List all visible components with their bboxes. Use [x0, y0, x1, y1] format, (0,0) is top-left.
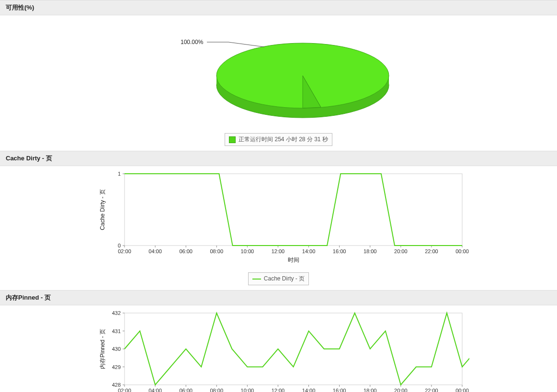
panel-header-mem-pinned: 内存Pinned - 页 — [0, 290, 557, 305]
line-chart-cache-dirty: 0102:0004:0006:0008:0010:0012:0014:0016:… — [96, 169, 469, 269]
panel-header-availability: 可用性(%) — [0, 0, 557, 15]
svg-text:12:00: 12:00 — [272, 248, 285, 254]
svg-text:00:00: 00:00 — [455, 248, 469, 254]
svg-text:428: 428 — [112, 382, 121, 388]
svg-text:Cache Dirty - 页: Cache Dirty - 页 — [99, 189, 106, 230]
svg-text:429: 429 — [112, 364, 121, 370]
legend-line-icon — [252, 279, 261, 280]
legend-cache-dirty: Cache Dirty - 页 — [248, 272, 309, 285]
legend-cache-dirty-text: Cache Dirty - 页 — [264, 275, 305, 282]
svg-text:1: 1 — [118, 171, 121, 177]
pie-chart: 100.00% — [111, 18, 446, 133]
svg-text:04:00: 04:00 — [148, 248, 162, 254]
svg-text:22:00: 22:00 — [425, 248, 438, 254]
panel-header-cache-dirty: Cache Dirty - 页 — [0, 151, 557, 166]
svg-rect-4 — [125, 174, 462, 246]
svg-text:16:00: 16:00 — [333, 388, 346, 392]
svg-text:20:00: 20:00 — [394, 248, 408, 254]
svg-text:22:00: 22:00 — [425, 388, 438, 392]
svg-text:06:00: 06:00 — [179, 388, 193, 392]
svg-text:14:00: 14:00 — [302, 388, 316, 392]
svg-text:18:00: 18:00 — [364, 388, 377, 392]
svg-text:08:00: 08:00 — [210, 388, 224, 392]
svg-text:内存Pinned - 页: 内存Pinned - 页 — [99, 329, 106, 369]
panel-body-mem-pinned: 42842943043143202:0004:0006:0008:0010:00… — [0, 305, 557, 392]
pie-legend-text: 正常运行时间 254 小时 28 分 31 秒 — [239, 136, 328, 143]
svg-text:08:00: 08:00 — [210, 248, 224, 254]
panel-title-mem-pinned: 内存Pinned - 页 — [6, 294, 51, 301]
svg-text:时间: 时间 — [288, 257, 299, 263]
line-chart-mem-pinned: 42842943043143202:0004:0006:0008:0010:00… — [96, 308, 469, 392]
panel-title-availability: 可用性(%) — [6, 4, 34, 11]
svg-text:14:00: 14:00 — [302, 248, 316, 254]
legend-swatch-icon — [229, 136, 236, 143]
pie-label: 100.00% — [181, 39, 204, 45]
svg-text:10:00: 10:00 — [241, 248, 254, 254]
svg-text:04:00: 04:00 — [148, 388, 162, 392]
panel-body-availability: 100.00% 正常运行时间 254 小时 28 分 31 秒 — [0, 15, 557, 151]
svg-text:02:00: 02:00 — [118, 388, 131, 392]
svg-text:431: 431 — [112, 328, 121, 334]
panel-availability: 可用性(%) 100.00% 正常运行时间 254 小时 28 分 31 秒 — [0, 0, 557, 151]
svg-text:432: 432 — [112, 310, 121, 316]
svg-text:06:00: 06:00 — [179, 248, 193, 254]
svg-text:10:00: 10:00 — [241, 388, 254, 392]
svg-text:16:00: 16:00 — [333, 248, 346, 254]
svg-text:12:00: 12:00 — [272, 388, 285, 392]
svg-text:20:00: 20:00 — [394, 388, 408, 392]
panel-title-cache-dirty: Cache Dirty - 页 — [6, 155, 52, 162]
panel-mem-pinned: 内存Pinned - 页 42842943043143202:0004:0006… — [0, 290, 557, 392]
svg-rect-35 — [125, 313, 462, 385]
panel-body-cache-dirty: 0102:0004:0006:0008:0010:0012:0014:0016:… — [0, 166, 557, 290]
pie-legend: 正常运行时间 254 小时 28 分 31 秒 — [225, 133, 332, 146]
svg-text:0: 0 — [118, 243, 121, 248]
svg-text:00:00: 00:00 — [455, 388, 469, 392]
panel-cache-dirty: Cache Dirty - 页 0102:0004:0006:0008:0010… — [0, 151, 557, 290]
svg-text:18:00: 18:00 — [364, 248, 377, 254]
svg-text:430: 430 — [112, 346, 121, 352]
svg-text:02:00: 02:00 — [118, 248, 131, 254]
